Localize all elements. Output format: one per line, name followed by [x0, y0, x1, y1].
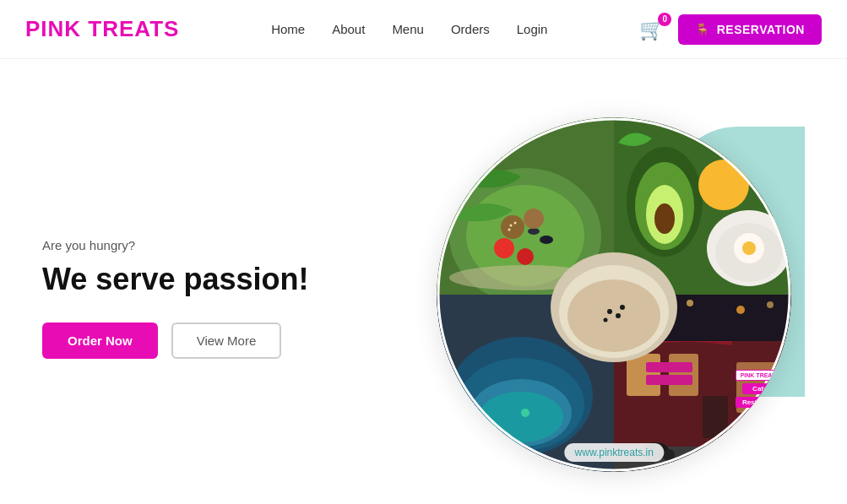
svg-point-54	[567, 279, 660, 352]
nav-orders[interactable]: Orders	[451, 22, 490, 36]
navigation: Home About Menu Orders Login	[271, 22, 547, 36]
hero-right: PINK TREATS Café Restaurant www.pinktrea…	[424, 59, 806, 504]
sign-restaurant: Restaurant	[736, 397, 785, 408]
website-url: www.pinktreats.in	[565, 443, 664, 462]
svg-point-8	[528, 228, 540, 235]
cart-badge: 0	[658, 13, 671, 26]
restaurant-sign-overlay: PINK TREATS Café Restaurant	[736, 370, 785, 408]
hero-buttons: Order Now View More	[42, 322, 424, 359]
hero-tagline-big: We serve passion!	[42, 261, 424, 297]
svg-point-58	[604, 317, 608, 322]
reservation-label: RESERVATION	[717, 23, 805, 36]
svg-point-5	[494, 238, 514, 258]
header: PINK TREATS Home About Menu Orders Login…	[0, 0, 847, 59]
nav-menu[interactable]: Menu	[392, 22, 424, 36]
svg-point-51	[767, 301, 774, 308]
svg-point-33	[437, 417, 496, 472]
svg-point-6	[517, 248, 534, 265]
svg-rect-41	[646, 362, 692, 372]
order-now-button[interactable]: Order Now	[42, 322, 158, 359]
nav-about[interactable]: About	[332, 22, 365, 36]
svg-point-12	[514, 221, 517, 224]
svg-point-25	[742, 241, 756, 255]
view-more-button[interactable]: View More	[171, 322, 282, 359]
nav-login[interactable]: Login	[517, 22, 548, 36]
svg-point-49	[687, 300, 693, 306]
svg-point-55	[607, 309, 612, 314]
svg-point-9	[501, 215, 524, 239]
nav-home[interactable]: Home	[271, 22, 305, 36]
hero-tagline-small: Are you hungry?	[42, 238, 424, 252]
sign-brand: PINK TREATS	[736, 370, 785, 381]
sign-cafe: Café	[742, 383, 777, 394]
svg-point-7	[540, 236, 553, 244]
svg-point-10	[524, 209, 544, 229]
hero-section: Are you hungry? We serve passion! Order …	[0, 59, 847, 504]
svg-rect-42	[646, 375, 692, 385]
cart-button[interactable]: 🛒 0	[639, 18, 665, 41]
svg-point-31	[479, 392, 563, 442]
svg-point-57	[620, 305, 625, 310]
svg-point-19	[654, 203, 675, 234]
logo[interactable]: PINK TREATS	[25, 16, 179, 42]
svg-point-13	[508, 228, 511, 230]
header-right: 🛒 0 🪑 RESERVATION	[639, 14, 822, 45]
food-collage-circle: PINK TREATS Café Restaurant www.pinktrea…	[437, 117, 791, 472]
reservation-button[interactable]: 🪑 RESERVATION	[678, 14, 822, 45]
svg-point-56	[616, 313, 621, 318]
svg-point-50	[736, 306, 745, 314]
svg-point-11	[510, 224, 513, 226]
hero-left: Are you hungry? We serve passion! Order …	[42, 204, 424, 359]
svg-point-34	[437, 430, 487, 472]
reservation-icon: 🪑	[695, 23, 710, 36]
svg-point-32	[521, 409, 529, 417]
food-collage-svg	[437, 117, 791, 472]
